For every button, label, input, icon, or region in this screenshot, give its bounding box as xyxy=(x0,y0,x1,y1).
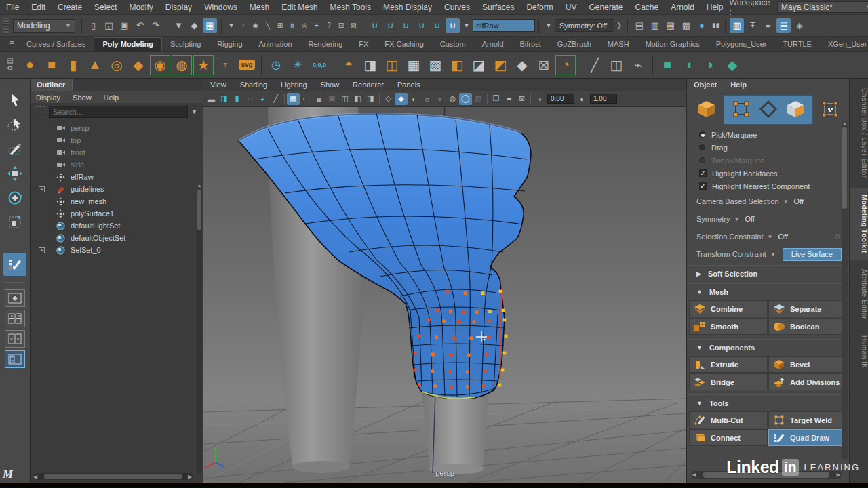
outliner-item-side[interactable]: side xyxy=(31,159,203,171)
shelf-tab-sculpting[interactable]: Sculpting xyxy=(162,38,209,51)
menu-mesh-display[interactable]: Mesh Display xyxy=(377,3,438,12)
section-components[interactable]: ▼Components xyxy=(687,339,849,355)
sculpt-shelf-icon[interactable]: ◔ xyxy=(555,55,576,75)
layout-single-pane[interactable] xyxy=(5,289,25,307)
bounding-box-shelf-icon[interactable]: ⊠ xyxy=(534,55,554,75)
poly-disc-icon[interactable]: ◉ xyxy=(150,55,170,75)
rotate-tool[interactable] xyxy=(3,186,26,209)
outliner-item-top[interactable]: top xyxy=(31,134,203,146)
move-tool[interactable] xyxy=(3,162,26,185)
menu-curves[interactable]: Curves xyxy=(438,3,476,12)
menu-generate[interactable]: Generate xyxy=(583,3,629,12)
undo-icon[interactable]: ↶ xyxy=(133,18,147,33)
expand-icon[interactable]: + xyxy=(39,186,45,192)
viewport-canvas[interactable]: z xyxy=(203,107,686,483)
shelf-tab-custom[interactable]: Custom xyxy=(432,38,474,51)
symmetry-dropdown[interactable]: Symmetry: Off xyxy=(555,19,614,32)
multi-cut-shelf-icon[interactable]: ╱ xyxy=(585,55,605,75)
side-tab-attribute-editor[interactable]: Attribute Editor xyxy=(850,262,868,326)
render-settings-icon[interactable]: ▩ xyxy=(679,18,693,33)
mask-surfaces-icon[interactable]: ⊞ xyxy=(275,18,285,33)
quadrangulate-shelf-icon[interactable]: ◆ xyxy=(512,55,532,75)
viewport-menu-view[interactable]: View xyxy=(203,81,233,89)
open-scene-icon[interactable]: ◱ xyxy=(102,18,116,33)
attribute-editor-toggle-icon[interactable]: ▤ xyxy=(776,18,791,33)
mask-rendering-icon[interactable]: + xyxy=(311,18,322,33)
snap-projected-icon[interactable]: ∪ xyxy=(414,18,429,33)
collapse-arrow-icon[interactable]: ❯ xyxy=(616,22,622,29)
outliner-item-new_mesh[interactable]: new_mesh xyxy=(31,195,203,207)
mirror-shelf-icon[interactable]: ◫ xyxy=(382,55,402,75)
bridge-button[interactable]: Bridge xyxy=(689,373,768,390)
shelf-tab-turtle[interactable]: TURTLE xyxy=(774,38,820,51)
combine-shelf-icon[interactable]: ◓ xyxy=(338,55,359,75)
menu-uv[interactable]: UV xyxy=(559,3,583,12)
camera-attributes-icon[interactable]: ◨ xyxy=(218,93,231,105)
channel-box-toggle-icon[interactable]: ≡ xyxy=(761,18,775,33)
object-mode-icon[interactable] xyxy=(696,99,717,121)
offset-edge-loop-shelf-icon[interactable]: ⌁ xyxy=(628,55,648,75)
outliner-item-guidelines[interactable]: +guidelines xyxy=(31,183,203,195)
outliner-item-polySurface1[interactable]: polySurface1 xyxy=(31,207,203,220)
render-frame-icon[interactable]: ▥ xyxy=(648,18,662,33)
menu-cache[interactable]: Cache xyxy=(629,3,665,12)
radio-pick-marquee[interactable]: Pick/Marquee xyxy=(687,128,849,141)
outliner-filter-icon[interactable] xyxy=(35,106,45,117)
grid-toggle-icon[interactable]: ▦ xyxy=(287,93,300,105)
expand-icon[interactable]: + xyxy=(39,247,45,253)
live-surface-button[interactable]: Live Surface xyxy=(783,248,842,261)
shelf-tab-fx-caching[interactable]: FX Caching xyxy=(376,38,431,51)
menu-deform[interactable]: Deform xyxy=(520,3,559,12)
super-ellipse-icon[interactable]: ★ xyxy=(193,55,214,75)
shelf-tab-motion-graphics[interactable]: Motion Graphics xyxy=(637,38,708,51)
menu-edit-mesh[interactable]: Edit Mesh xyxy=(275,3,323,12)
nurbs-cube-icon[interactable]: ◆ xyxy=(722,55,743,75)
svg-tool-icon[interactable]: svg xyxy=(237,55,257,75)
chevron-down-icon[interactable]: ▾ xyxy=(543,18,554,33)
reduce-shelf-icon[interactable]: ◪ xyxy=(469,55,489,75)
poly-cube-icon[interactable]: ■ xyxy=(41,55,62,75)
lasso-tool[interactable] xyxy=(3,113,26,136)
shelf-menu-icon[interactable]: ≡ xyxy=(9,39,14,49)
viewport-menu-shading[interactable]: Shading xyxy=(233,81,274,89)
snap-options-icon[interactable]: ▾ xyxy=(461,18,472,33)
menu-select[interactable]: Select xyxy=(88,3,123,12)
snap-curve-icon[interactable]: ∪ xyxy=(383,18,397,33)
gate-mask-icon[interactable]: ▣ xyxy=(326,93,338,105)
camera-select-icon[interactable]: ▬ xyxy=(205,93,218,105)
outliner-item-persp[interactable]: persp xyxy=(31,122,203,134)
menu-modify[interactable]: Modify xyxy=(123,3,159,12)
poly-torus-icon[interactable]: ◎ xyxy=(106,55,127,75)
platonic-solid-icon[interactable]: ◍ xyxy=(172,55,192,75)
redo-icon[interactable]: ↷ xyxy=(149,18,163,33)
chevron-down-icon[interactable]: ▼ xyxy=(770,251,776,258)
outliner-item-SelSet_0[interactable]: +SelSet_0 xyxy=(31,244,203,256)
snap-grid-icon[interactable]: ∪ xyxy=(368,18,382,33)
side-tab-modeling-toolkit[interactable]: Modeling Toolkit xyxy=(850,188,868,260)
add-divisions-button[interactable]: Add Divisions xyxy=(768,373,847,390)
select-tool[interactable] xyxy=(3,89,26,112)
wireframe-icon[interactable]: ◇ xyxy=(382,93,395,105)
ao-icon[interactable]: ◍ xyxy=(446,93,459,105)
snap-align-icon[interactable]: ✳ xyxy=(288,55,308,75)
textured-icon[interactable]: ◐ xyxy=(408,93,420,105)
edge-mode-icon[interactable] xyxy=(758,99,778,121)
modeling-toolkit-toggle-icon[interactable]: ▥ xyxy=(730,18,744,33)
side-tab-channel-box-layer-editor[interactable]: Channel Box / Layer Editor xyxy=(850,81,868,185)
viewport-menu-show[interactable]: Show xyxy=(314,81,347,89)
layout-outliner-persp[interactable] xyxy=(5,350,25,368)
section-tools[interactable]: ▼Tools xyxy=(687,394,849,411)
bookmark-icon[interactable]: ▮ xyxy=(231,93,243,105)
snap-view-plane-icon[interactable]: ∪ xyxy=(430,18,444,33)
smooth-shelf-icon[interactable]: ◧ xyxy=(447,55,467,75)
connect-button[interactable]: Connect xyxy=(689,429,768,446)
menu-file[interactable]: File xyxy=(0,3,25,12)
menu-help[interactable]: Help xyxy=(701,3,730,12)
menu-display[interactable]: Display xyxy=(159,3,198,12)
exposure-field[interactable]: 0.00 xyxy=(547,94,574,104)
toolkit-menu-help[interactable]: Help xyxy=(724,81,753,89)
shelf-side-buttons[interactable]: ▤⚙ xyxy=(1,58,19,71)
save-scene-icon[interactable]: ▣ xyxy=(117,18,132,33)
mask-dropdown-icon[interactable]: ▾ xyxy=(226,18,237,33)
resolution-gate-icon[interactable]: ◙ xyxy=(313,93,326,105)
